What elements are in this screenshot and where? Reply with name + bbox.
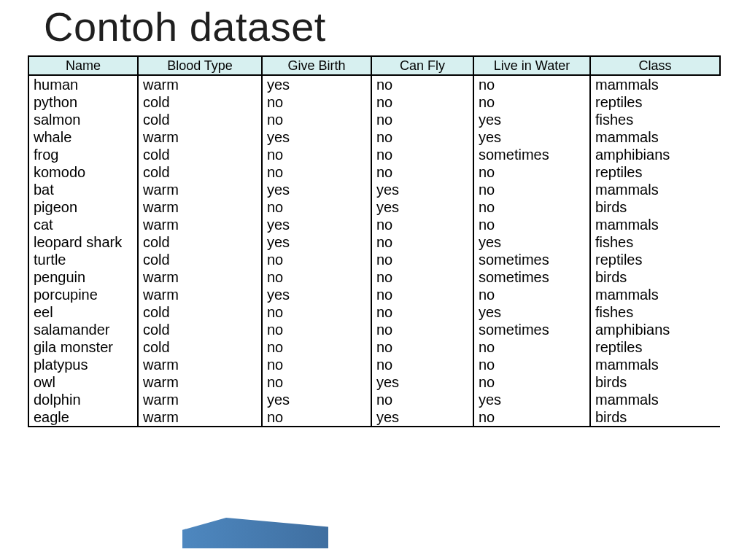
cell: no bbox=[371, 233, 473, 251]
cell: no bbox=[262, 146, 371, 163]
col-header-give-birth: Give Birth bbox=[262, 56, 371, 75]
table-row: batwarmyesyesnomammals bbox=[28, 181, 720, 198]
cell: no bbox=[473, 198, 590, 216]
table-row: salmoncoldnonoyesfishes bbox=[28, 111, 720, 128]
cell: no bbox=[371, 93, 473, 111]
cell: mammals bbox=[590, 216, 720, 233]
cell: no bbox=[371, 75, 473, 93]
cell: yes bbox=[473, 111, 590, 128]
cell: fishes bbox=[590, 233, 720, 251]
cell: no bbox=[371, 111, 473, 128]
cell: platypus bbox=[28, 356, 138, 373]
cell: no bbox=[473, 286, 590, 303]
cell: warm bbox=[138, 286, 262, 303]
cell: mammals bbox=[590, 128, 720, 146]
cell: no bbox=[473, 163, 590, 181]
cell: sometimes bbox=[473, 146, 590, 163]
cell: reptiles bbox=[590, 93, 720, 111]
col-header-name: Name bbox=[28, 56, 138, 75]
cell: cold bbox=[138, 163, 262, 181]
cell: yes bbox=[371, 181, 473, 198]
cell: yes bbox=[262, 286, 371, 303]
cell: cold bbox=[138, 251, 262, 268]
cell: bat bbox=[28, 181, 138, 198]
cell: cold bbox=[138, 111, 262, 128]
cell: warm bbox=[138, 408, 262, 427]
table-row: humanwarmyesnonomammals bbox=[28, 75, 720, 93]
cell: no bbox=[371, 338, 473, 356]
cell: no bbox=[371, 391, 473, 408]
table-row: owlwarmnoyesnobirds bbox=[28, 373, 720, 391]
cell: salamander bbox=[28, 321, 138, 338]
cell: no bbox=[473, 338, 590, 356]
cell: no bbox=[262, 268, 371, 286]
cell: cold bbox=[138, 321, 262, 338]
cell: cold bbox=[138, 93, 262, 111]
table-row: leopard sharkcoldyesnoyesfishes bbox=[28, 233, 720, 251]
cell: no bbox=[262, 356, 371, 373]
table-row: pythoncoldnononoreptiles bbox=[28, 93, 720, 111]
cell: warm bbox=[138, 373, 262, 391]
decorative-wedge bbox=[182, 518, 328, 548]
cell: python bbox=[28, 93, 138, 111]
cell: warm bbox=[138, 128, 262, 146]
col-header-class: Class bbox=[590, 56, 720, 75]
cell: yes bbox=[371, 408, 473, 427]
cell: salmon bbox=[28, 111, 138, 128]
cell: mammals bbox=[590, 181, 720, 198]
cell: yes bbox=[262, 391, 371, 408]
cell: sometimes bbox=[473, 321, 590, 338]
cell: fishes bbox=[590, 111, 720, 128]
col-header-live-in-water: Live in Water bbox=[473, 56, 590, 75]
dataset-table: Name Blood Type Give Birth Can Fly Live … bbox=[28, 55, 721, 427]
cell: warm bbox=[138, 356, 262, 373]
cell: leopard shark bbox=[28, 233, 138, 251]
dataset-table-wrap: Name Blood Type Give Birth Can Fly Live … bbox=[28, 55, 719, 427]
slide: Contoh dataset Name Blood Type Give Birt… bbox=[0, 0, 747, 560]
cell: penguin bbox=[28, 268, 138, 286]
cell: sometimes bbox=[473, 251, 590, 268]
cell: eagle bbox=[28, 408, 138, 427]
cell: no bbox=[371, 128, 473, 146]
cell: no bbox=[262, 338, 371, 356]
cell: owl bbox=[28, 373, 138, 391]
cell: no bbox=[473, 356, 590, 373]
cell: no bbox=[473, 373, 590, 391]
cell: yes bbox=[262, 75, 371, 93]
cell: cold bbox=[138, 338, 262, 356]
cell: whale bbox=[28, 128, 138, 146]
cell: frog bbox=[28, 146, 138, 163]
cell: no bbox=[371, 146, 473, 163]
cell: no bbox=[473, 181, 590, 198]
cell: reptiles bbox=[590, 338, 720, 356]
table-row: catwarmyesnonomammals bbox=[28, 216, 720, 233]
cell: cold bbox=[138, 233, 262, 251]
cell: no bbox=[262, 111, 371, 128]
cell: amphibians bbox=[590, 321, 720, 338]
cell: mammals bbox=[590, 391, 720, 408]
cell: birds bbox=[590, 268, 720, 286]
cell: yes bbox=[473, 128, 590, 146]
cell: no bbox=[371, 251, 473, 268]
cell: mammals bbox=[590, 286, 720, 303]
cell: no bbox=[371, 163, 473, 181]
cell: human bbox=[28, 75, 138, 93]
cell: cold bbox=[138, 303, 262, 321]
cell: porcupine bbox=[28, 286, 138, 303]
cell: no bbox=[473, 216, 590, 233]
cell: no bbox=[371, 303, 473, 321]
cell: yes bbox=[473, 391, 590, 408]
col-header-can-fly: Can Fly bbox=[371, 56, 473, 75]
cell: no bbox=[262, 373, 371, 391]
cell: birds bbox=[590, 408, 720, 427]
slide-title: Contoh dataset bbox=[44, 3, 326, 50]
table-row: pigeonwarmnoyesnobirds bbox=[28, 198, 720, 216]
cell: gila monster bbox=[28, 338, 138, 356]
cell: no bbox=[262, 408, 371, 427]
cell: no bbox=[262, 303, 371, 321]
cell: warm bbox=[138, 198, 262, 216]
cell: no bbox=[371, 356, 473, 373]
cell: amphibians bbox=[590, 146, 720, 163]
cell: no bbox=[371, 286, 473, 303]
cell: mammals bbox=[590, 75, 720, 93]
